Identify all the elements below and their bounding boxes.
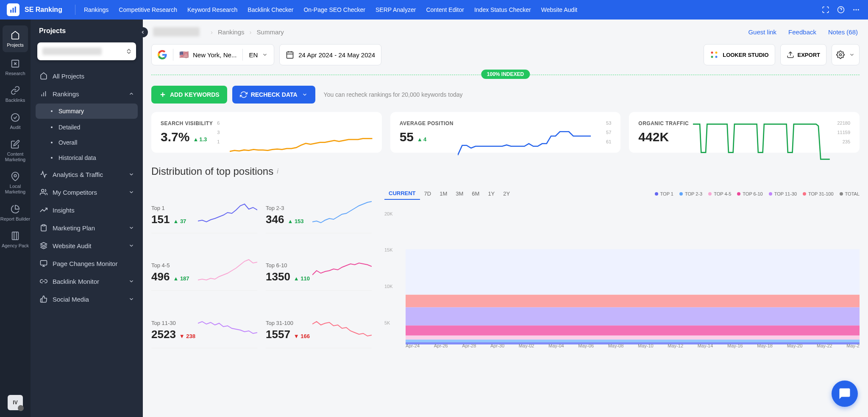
legend-item[interactable]: TOP 6-10 (737, 191, 762, 196)
chevron-down-icon (128, 278, 134, 284)
recheck-label: RECHECK DATA (251, 91, 298, 98)
chart-legend: TOP 1 TOP 2-3 TOP 4-5 TOP 6-10 TOP 11-30… (655, 191, 860, 196)
nav-backlink[interactable]: Backlink Checker (248, 6, 293, 13)
sidebar-item-website-audit[interactable]: Website Audit (31, 237, 143, 255)
icon-rail: Projects Research Backlinks Audit Conten… (0, 20, 31, 417)
distribution-chart: 20K 15K 10K 5K (384, 208, 860, 348)
mini-label: Top 11-30 (151, 320, 198, 326)
nav-audit[interactable]: Website Audit (541, 6, 577, 13)
legend-item[interactable]: TOP 1 (655, 191, 673, 196)
guest-link[interactable]: Guest link (748, 28, 776, 36)
rail-audit[interactable]: Audit (0, 108, 31, 134)
chat-button[interactable] (832, 381, 858, 407)
info-icon[interactable]: i (277, 168, 278, 175)
sidebar-sub-detailed[interactable]: Detailed (31, 120, 143, 135)
sidebar-item-insights[interactable]: Insights (31, 201, 143, 219)
chevron-down-icon (262, 52, 268, 58)
looker-icon (710, 50, 718, 59)
nav-index[interactable]: Index Status Checker (474, 6, 531, 13)
legend-item[interactable]: TOP 11-30 (769, 191, 797, 196)
breadcrumb-rankings[interactable]: Rankings (218, 28, 245, 36)
svg-rect-13 (12, 232, 19, 240)
sidebar-item-label: Insights (53, 207, 75, 214)
dist-mini-top1[interactable]: Top 1 151▲ 37 (151, 188, 257, 233)
nav-content[interactable]: Content Editor (426, 6, 464, 13)
sparkline-chart (458, 120, 591, 160)
recheck-data-button[interactable]: RECHECK DATA (232, 86, 315, 104)
dist-mini-top31-100[interactable]: Top 31-100 1557▼ 166 (266, 302, 372, 348)
rail-report[interactable]: Report Builder (0, 199, 31, 226)
more-icon[interactable] (851, 5, 861, 15)
sidebar-item-page-changes[interactable]: Page Changes Monitor (31, 255, 143, 272)
sidebar-item-competitors[interactable]: My Competitors (31, 183, 143, 201)
dist-tab-7d[interactable]: 7D (420, 188, 436, 199)
dist-tab-1m[interactable]: 1M (435, 188, 451, 199)
dist-tab-2y[interactable]: 2Y (499, 188, 514, 199)
add-keywords-button[interactable]: ADD KEYWORDS (151, 86, 227, 104)
help-icon[interactable] (836, 5, 846, 15)
monitor-icon (39, 260, 48, 267)
logo[interactable] (7, 3, 19, 16)
dist-mini-top2-3[interactable]: Top 2-3 346▲ 153 (266, 188, 372, 233)
date-range-selector[interactable]: 24 Apr 2024 - 24 May 2024 (279, 44, 381, 65)
dist-mini-top4-5[interactable]: Top 4-5 496▲ 187 (151, 245, 257, 291)
avatar[interactable]: IV (8, 395, 23, 410)
sidebar-item-label: Analytics & Traffic (53, 171, 103, 178)
dist-tab-1y[interactable]: 1Y (484, 188, 499, 199)
nav-serp[interactable]: SERP Analyzer (376, 6, 416, 13)
chevron-down-icon (128, 171, 134, 177)
rail-label: Backlinks (6, 98, 25, 103)
layers-icon (39, 242, 48, 249)
export-button[interactable]: EXPORT (780, 44, 826, 65)
sidebar-item-analytics[interactable]: Analytics & Traffic (31, 165, 143, 183)
feedback-link[interactable]: Feedback (788, 28, 816, 36)
rail-backlinks[interactable]: Backlinks (0, 81, 31, 107)
kpi-title: SEARCH VISIBILITY (161, 120, 213, 126)
recheck-hint: You can recheck rankings for 20,000 keyw… (324, 91, 463, 98)
chevron-updown-icon (127, 49, 131, 54)
nav-rankings[interactable]: Rankings (84, 6, 108, 13)
dist-mini-top11-30[interactable]: Top 11-30 2523▼ 238 (151, 302, 257, 348)
svg-rect-40 (406, 325, 860, 336)
sidebar-sub-overall[interactable]: Overall (31, 135, 143, 150)
sidebar-sub-summary[interactable]: Summary (36, 104, 138, 119)
export-label: EXPORT (798, 52, 820, 58)
legend-item[interactable]: TOTAL (840, 191, 860, 196)
kpi-title: AVERAGE POSITION (400, 120, 453, 126)
looker-studio-button[interactable]: LOOKER STUDIO (704, 44, 775, 65)
rail-local[interactable]: Local Marketing (0, 167, 31, 199)
sidebar-item-backlink-monitor[interactable]: Backlink Monitor (31, 272, 143, 290)
rail-research[interactable]: Research (0, 54, 31, 81)
sidebar-item-label: Backlink Monitor (53, 278, 99, 285)
location-text: New York, Ne... (193, 51, 236, 59)
settings-button[interactable] (832, 44, 860, 65)
legend-item[interactable]: TOP 4-5 (708, 191, 731, 196)
y-axis-label: 20K (384, 211, 393, 216)
rail-content[interactable]: Content Marketing (0, 134, 31, 167)
legend-item[interactable]: TOP 2-3 (679, 191, 702, 196)
dist-tab-3m[interactable]: 3M (451, 188, 467, 199)
search-engine-selector[interactable]: 🇺🇸 New York, Ne... EN (151, 44, 274, 65)
stacked-area-chart (406, 208, 860, 344)
collapse-sidebar-button[interactable] (138, 27, 148, 37)
nav-keyword[interactable]: Keyword Research (187, 6, 237, 13)
notes-link[interactable]: Notes (68) (828, 28, 858, 36)
legend-item[interactable]: TOP 31-100 (803, 191, 834, 196)
sidebar-item-all-projects[interactable]: All Projects (31, 67, 143, 85)
sidebar-item-rankings[interactable]: Rankings (31, 85, 143, 103)
nav-onpage[interactable]: On-Page SEO Checker (303, 6, 365, 13)
sidebar-item-social[interactable]: Social Media (31, 290, 143, 308)
dist-mini-top6-10[interactable]: Top 6-10 1350▲ 110 (266, 245, 372, 291)
mini-label: Top 2-3 (266, 205, 312, 211)
project-selector[interactable] (37, 42, 136, 60)
plus-icon (159, 91, 167, 98)
rail-agency[interactable]: Agency Pack (0, 226, 31, 253)
sidebar-sub-historical[interactable]: Historical data (31, 150, 143, 165)
expand-icon[interactable] (821, 5, 831, 15)
sidebar-item-marketing-plan[interactable]: Marketing Plan (31, 219, 143, 237)
dist-tab-current[interactable]: CURRENT (384, 188, 420, 200)
dist-tab-6m[interactable]: 6M (467, 188, 484, 199)
mini-delta: ▼ 166 (294, 333, 310, 339)
rail-projects[interactable]: Projects (3, 25, 28, 52)
nav-competitive[interactable]: Competitive Research (119, 6, 177, 13)
